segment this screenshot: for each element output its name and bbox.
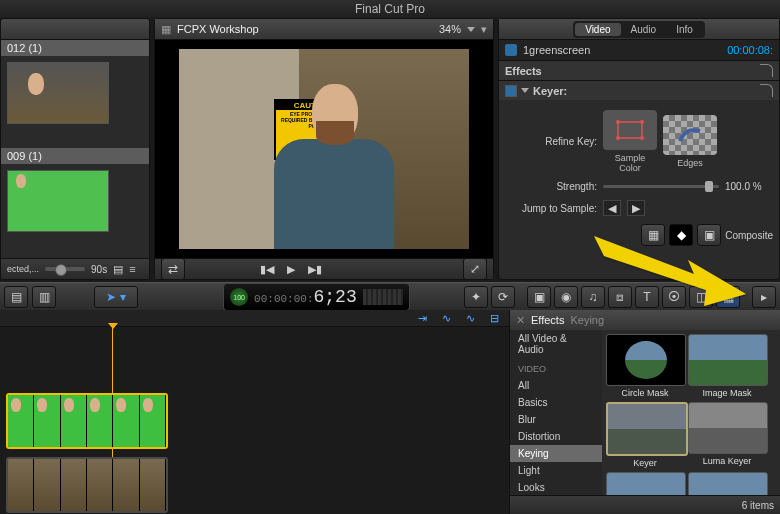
filmstrip-icon: ▦ [161, 23, 171, 36]
timeline-clip-greenscreen[interactable] [6, 393, 168, 449]
audio-skim-button[interactable]: ∿ [461, 312, 479, 324]
transitions-button[interactable]: ⧈ [608, 286, 632, 308]
effects-count: 6 items [742, 500, 774, 511]
skimming-button[interactable]: ∿ [437, 312, 455, 324]
play-button[interactable]: ▶ [280, 262, 302, 276]
prev-edit-button[interactable]: ▮◀ [256, 262, 278, 276]
svg-point-3 [616, 136, 620, 140]
effects-grid: Circle Mask Image Mask Keyer Luma Keyer [602, 330, 780, 495]
view-original-button[interactable]: ▣ [697, 224, 721, 246]
reset-icon[interactable] [760, 84, 773, 97]
browser-header [1, 19, 149, 40]
category-distortion[interactable]: Distortion [510, 428, 602, 445]
category-basics[interactable]: Basics [510, 394, 602, 411]
effects-browser-panel: ✕ Effects Keying All Video & Audio VIDEO… [510, 310, 780, 514]
strength-label: Strength: [505, 181, 597, 192]
effects-category-list: All Video & Audio VIDEO All Basics Blur … [510, 330, 602, 495]
filmstrip-icon[interactable]: ▤ [113, 263, 123, 276]
effects-browser-button[interactable]: ▦ [716, 286, 740, 308]
edges-icon [672, 121, 708, 149]
category-keying[interactable]: Keying [510, 445, 602, 462]
sample-color-button[interactable] [603, 110, 657, 150]
effects-title: Effects [531, 314, 564, 326]
timeline-body[interactable] [0, 327, 509, 507]
keyer-effect-row[interactable]: Keyer: [499, 80, 779, 100]
viewer-settings-icon[interactable]: ⇄ [161, 258, 185, 280]
timeline-toolbar: ⇥ ∿ ∿ ⊟ [0, 310, 509, 327]
collection-row[interactable]: 009 (1) [1, 148, 149, 164]
reset-icon[interactable] [760, 64, 773, 77]
disclosure-triangle-icon[interactable] [521, 88, 529, 93]
themes-button[interactable]: ◫ [689, 286, 713, 308]
project-title: FCPX Workshop [177, 23, 259, 35]
effects-footer: 6 items [510, 495, 780, 514]
effect-enable-checkbox[interactable] [505, 85, 517, 97]
duration-readout: 90s [91, 264, 107, 275]
effects-section-header[interactable]: Effects [499, 60, 779, 80]
collection-name: 009 [7, 150, 25, 162]
tab-video[interactable]: Video [575, 23, 620, 36]
zoom-value[interactable]: 34% [439, 23, 461, 35]
inspector-toggle-button[interactable]: ▸ [752, 286, 776, 308]
effect-item[interactable] [606, 472, 684, 495]
tab-info[interactable]: Info [666, 23, 703, 36]
browser-footer: ected,... 90s ▤ ≡ [1, 258, 149, 279]
retime-button[interactable]: ⟳ [491, 286, 515, 308]
category-blur[interactable]: Blur [510, 411, 602, 428]
jump-prev-button[interactable]: ◀ [603, 200, 621, 216]
pointer-tool[interactable]: ➤ ▾ [94, 286, 138, 308]
strength-value[interactable]: 100.0 % [725, 181, 773, 192]
clip-icon [505, 44, 517, 56]
edges-label: Edges [663, 158, 717, 168]
list-icon[interactable]: ≡ [129, 263, 135, 275]
photos-browser-button[interactable]: ◉ [554, 286, 578, 308]
timecode-value: 00:00:00:6;23 [254, 287, 357, 307]
thumbnail-size-slider[interactable] [45, 267, 85, 271]
enhance-button[interactable]: ✦ [464, 286, 488, 308]
media-browser-button[interactable]: ▣ [527, 286, 551, 308]
strength-slider[interactable] [603, 185, 719, 188]
music-browser-button[interactable]: ♫ [581, 286, 605, 308]
close-icon[interactable]: ✕ [516, 314, 525, 327]
edges-button[interactable] [663, 115, 717, 155]
viewer-canvas[interactable]: CAUTION EYE PROTECTION REQUIRED BEYOND T… [155, 40, 493, 258]
keyer-label: Keyer: [533, 85, 567, 97]
tab-audio[interactable]: Audio [621, 23, 667, 36]
timeline-index-button[interactable]: ▥ [32, 286, 56, 308]
window-title: Final Cut Pro [0, 0, 780, 18]
collection-count: (1) [28, 42, 41, 54]
effect-luma-keyer[interactable]: Luma Keyer [688, 402, 766, 468]
snapping-button[interactable]: ⇥ [413, 312, 431, 324]
titles-button[interactable]: T [635, 286, 659, 308]
timeline-panel: ⇥ ∿ ∿ ⊟ [0, 310, 510, 514]
effect-image-mask[interactable]: Image Mask [688, 334, 766, 398]
svg-point-2 [640, 120, 644, 124]
timecode-display[interactable]: 100 00:00:00:6;23 [223, 283, 410, 311]
view-menu-icon[interactable]: ▾ [481, 23, 487, 36]
effect-item[interactable] [688, 472, 766, 495]
next-edit-button[interactable]: ▶▮ [304, 262, 326, 276]
solo-button[interactable]: ⊟ [485, 312, 503, 324]
category-all[interactable]: All [510, 377, 602, 394]
category-light[interactable]: Light [510, 462, 602, 479]
jump-next-button[interactable]: ▶ [627, 200, 645, 216]
sample-color-label: Sample Color [603, 153, 657, 173]
view-composite-button[interactable]: ▦ [641, 224, 665, 246]
view-matte-button[interactable]: ◆ [669, 224, 693, 246]
collection-row[interactable]: 012 (1) [1, 40, 149, 56]
fullscreen-button[interactable]: ⤢ [463, 258, 487, 280]
viewer-panel: ▦ FCPX Workshop 34% ▾ CAUTION EYE PROTEC… [154, 18, 494, 280]
category-video-header: VIDEO [510, 358, 602, 377]
library-toggle-button[interactable]: ▤ [4, 286, 28, 308]
category-all-video-audio[interactable]: All Video & Audio [510, 330, 602, 358]
generators-button[interactable]: ⦿ [662, 286, 686, 308]
timeline-clip-background[interactable] [6, 457, 168, 513]
effect-keyer[interactable]: Keyer [606, 402, 684, 468]
effect-circle-mask[interactable]: Circle Mask [606, 334, 684, 398]
svg-point-4 [640, 136, 644, 140]
zoom-menu-icon[interactable] [467, 27, 475, 32]
clip-thumbnail[interactable] [7, 62, 109, 124]
clip-thumbnail[interactable] [7, 170, 109, 232]
category-looks[interactable]: Looks [510, 479, 602, 495]
collection-name: 012 [7, 42, 25, 54]
